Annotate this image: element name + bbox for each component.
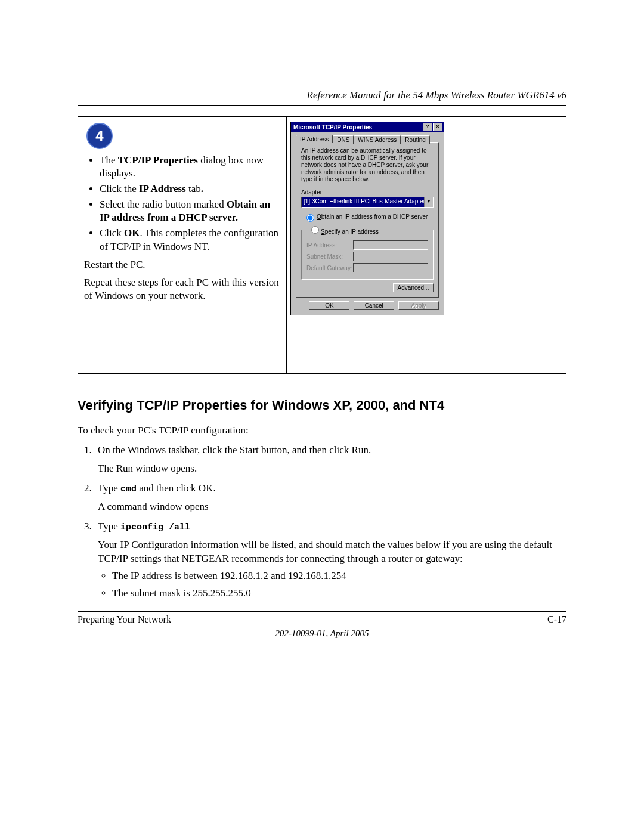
default-gateway-field: [353, 263, 428, 272]
footer-section-name: Preparing Your Network: [78, 614, 171, 625]
dialog-tabs: IP Address DNS WINS Address Routing: [296, 134, 439, 143]
footer-rule: [78, 611, 566, 612]
ok-button[interactable]: OK: [309, 301, 349, 310]
header-rule: [78, 105, 566, 106]
radio-obtain-dhcp-input[interactable]: [306, 214, 314, 222]
ip-address-label: IP Address:: [306, 242, 353, 249]
tab-panel: An IP address can be automatically assig…: [296, 142, 439, 298]
close-button[interactable]: ×: [433, 123, 442, 131]
tab-routing[interactable]: Routing: [401, 135, 429, 144]
specify-ip-group: Specify an IP address IP Address: Subnet…: [301, 224, 434, 280]
instruction-item: Click the IP Address tab.: [100, 182, 280, 196]
footer-doc-id: 202-10099-01, April 2005: [78, 628, 566, 639]
section-heading: Verifying TCP/IP Properties for Windows …: [78, 398, 566, 413]
tab-ip-address[interactable]: IP Address: [296, 135, 333, 143]
tab-dns[interactable]: DNS: [333, 135, 354, 144]
advanced-button[interactable]: Advanced...: [393, 283, 434, 292]
radio-obtain-dhcp[interactable]: Obtain an IP address from a DHCP server: [304, 212, 434, 222]
instruction-item: Click OK. This completes the configurati…: [100, 227, 280, 253]
radio-specify-ip-input[interactable]: [311, 226, 319, 234]
chevron-down-icon[interactable]: ▼: [424, 197, 433, 207]
step-number-badge: 4: [86, 123, 113, 149]
screenshot-cell: Microsoft TCP/IP Properties ? × IP Addre…: [287, 117, 566, 373]
dialog-title: Microsoft TCP/IP Properties: [292, 124, 422, 131]
section-intro: To check your PC's TCP/IP configuration:: [78, 424, 566, 438]
step-item: Type cmd and then click OK. A command wi…: [94, 482, 566, 514]
help-button[interactable]: ?: [423, 123, 432, 131]
result-item: The subnet mask is 255.255.255.0: [112, 587, 566, 600]
instruction-para: Restart the PC.: [84, 258, 280, 271]
tcpip-properties-dialog: Microsoft TCP/IP Properties ? × IP Addre…: [290, 122, 444, 315]
footer-page-number: C-17: [547, 614, 566, 625]
step-item: Type ipconfig /all Your IP Configuration…: [94, 520, 566, 600]
instruction-para: Repeat these steps for each PC with this…: [84, 276, 280, 302]
subnet-mask-label: Subnet Mask:: [306, 253, 353, 260]
step-item: On the Windows taskbar, click the Start …: [94, 444, 566, 476]
step-row: 4 The TCP/IP Properties dialog box now d…: [78, 116, 566, 374]
default-gateway-label: Default Gateway:: [306, 265, 353, 271]
running-header: Reference Manual for the 54 Mbps Wireles…: [78, 89, 566, 101]
instruction-item: The TCP/IP Properties dialog box now dis…: [100, 154, 280, 180]
adapter-selected: [1] 3Com Etherlink III PCI Bus-Master Ad…: [302, 197, 424, 207]
step-instructions-cell: 4 The TCP/IP Properties dialog box now d…: [78, 117, 287, 373]
adapter-combobox[interactable]: [1] 3Com Etherlink III PCI Bus-Master Ad…: [301, 197, 434, 208]
instruction-item: Select the radio button marked Obtain an…: [100, 198, 280, 224]
result-item: The IP address is between 192.168.1.2 an…: [112, 569, 566, 583]
cancel-button[interactable]: Cancel: [354, 301, 394, 310]
adapter-label: Adapter:: [301, 189, 434, 196]
apply-button[interactable]: Apply: [398, 301, 439, 310]
dialog-titlebar[interactable]: Microsoft TCP/IP Properties ? ×: [291, 122, 444, 132]
subnet-mask-field: [353, 252, 428, 261]
ip-address-field: [353, 240, 428, 250]
tab-wins[interactable]: WINS Address: [354, 135, 401, 144]
radio-specify-ip[interactable]: Specify an IP address: [306, 224, 380, 235]
dialog-info-text: An IP address can be automatically assig…: [301, 147, 434, 183]
